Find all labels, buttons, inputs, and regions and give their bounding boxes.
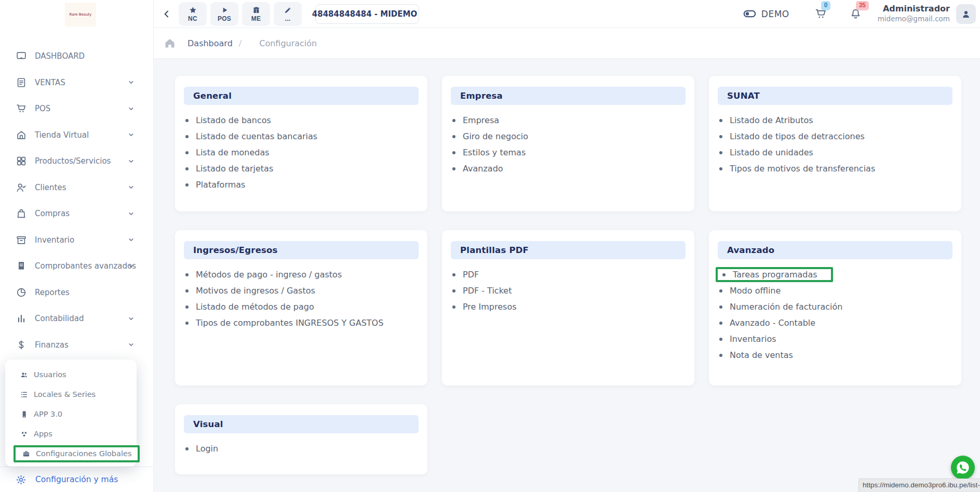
card-item-wrap: Métodos de pago - ingreso / gastos bbox=[184, 270, 342, 280]
bullet-icon bbox=[719, 354, 722, 357]
card-item-lista-de-monedas[interactable]: Lista de monedas bbox=[184, 144, 419, 161]
card-item-listado-de-unidades[interactable]: Listado de unidades bbox=[718, 144, 952, 161]
card-header: Empresa bbox=[451, 87, 686, 105]
bullet-icon bbox=[185, 183, 189, 187]
card-item-label: Tipos de motivos de transferencias bbox=[730, 164, 875, 174]
card-item-estilos-y-temas[interactable]: Estilos y temas bbox=[451, 144, 686, 161]
toolbar-button-label: ME bbox=[251, 16, 261, 22]
toolbar-nc-button[interactable]: NC bbox=[179, 2, 207, 26]
chevron-down-icon bbox=[128, 105, 135, 112]
sidebar-item-comprobantes-avanzados[interactable]: Comprobantes avanzados bbox=[0, 253, 153, 280]
sidebar-item-label: Productos/Servicios bbox=[35, 156, 111, 166]
card-item-wrap: Listado de Atributos bbox=[718, 115, 813, 125]
home-icon[interactable] bbox=[164, 37, 176, 49]
back-button[interactable] bbox=[160, 6, 173, 22]
card-item-pdf[interactable]: PDF bbox=[451, 267, 686, 283]
card-plantillas-pdf: Plantillas PDFPDFPDF - TicketPre Impreso… bbox=[442, 230, 694, 385]
card-item-inventarios[interactable]: Inventarios bbox=[718, 331, 952, 347]
card-item-wrap: Listado de unidades bbox=[718, 148, 813, 157]
card-item-login[interactable]: Login bbox=[184, 441, 419, 457]
sidebar-item-reportes[interactable]: Reportes bbox=[0, 280, 153, 306]
sidebar-item-contabilidad[interactable]: Contabilidad bbox=[0, 305, 153, 332]
bullet-icon bbox=[722, 273, 726, 276]
card-item-wrap: Listado de tipos de detracciones bbox=[718, 131, 865, 141]
bullet-icon bbox=[452, 135, 455, 138]
brand-logo: Rare Beauty bbox=[65, 3, 96, 26]
popup-item-app-3-0[interactable]: APP 3.0 bbox=[5, 404, 137, 424]
sidebar-item-inventario[interactable]: Inventario bbox=[0, 227, 153, 254]
chevron-down-icon bbox=[128, 341, 135, 348]
card-item-numeracion-de-facturacion[interactable]: Numeración de facturación bbox=[718, 299, 952, 315]
sidebar-item-productos-servicios[interactable]: Productos/Servicios bbox=[0, 148, 153, 175]
mobile-icon bbox=[20, 410, 29, 419]
card-item-label: Listado de tipos de detracciones bbox=[730, 131, 865, 141]
chevron-down-icon bbox=[128, 184, 135, 191]
card-item-avanzado-contable[interactable]: Avanzado - Contable bbox=[718, 315, 952, 331]
toolbar-pos-button[interactable]: POS bbox=[210, 2, 238, 26]
card-item-listado-de-tarjetas[interactable]: Listado de tarjetas bbox=[184, 161, 419, 177]
sidebar-item-pos[interactable]: POS bbox=[0, 96, 153, 122]
bullet-icon bbox=[185, 135, 189, 138]
card-item-avanzado[interactable]: Avanzado bbox=[451, 161, 686, 177]
card-item-tipos-de-comprobantes-ingresos-y-gastos[interactable]: Tipos de comprobantes INGRESOS Y GASTOS bbox=[184, 315, 419, 331]
user-name: Administrador bbox=[878, 4, 950, 15]
card-item-motivos-de-ingresos-gastos[interactable]: Motivos de ingresos / Gastos bbox=[184, 283, 419, 299]
company-selector[interactable]: 48484848484 - MIDEMO bbox=[315, 4, 419, 24]
popup-item-apps[interactable]: Apps bbox=[5, 424, 137, 444]
sidebar-item-label: Reportes bbox=[35, 288, 70, 297]
card-list: EmpresaGiro de negocioEstilos y temasAva… bbox=[451, 112, 686, 177]
cart-button[interactable]: 0 bbox=[814, 7, 827, 20]
sidebar-item-finanzas[interactable]: Finanzas bbox=[0, 332, 153, 358]
breadcrumb-dashboard[interactable]: Dashboard bbox=[187, 38, 233, 48]
popup-item-usuarios[interactable]: Usuarios bbox=[5, 365, 137, 384]
sidebar-item-dashboard[interactable]: DASHBOARD bbox=[0, 43, 153, 70]
card-item-wrap: Listado de bancos bbox=[184, 115, 271, 125]
users-icon bbox=[20, 370, 29, 379]
card-item-modo-offline[interactable]: Modo offline bbox=[718, 283, 952, 299]
card-item-giro-de-negocio[interactable]: Giro de negocio bbox=[451, 128, 686, 144]
sidebar-item-configuracion-y-mas[interactable]: Configuración y más bbox=[0, 467, 153, 492]
card-title: SUNAT bbox=[727, 91, 760, 101]
card-item-label: Listado de unidades bbox=[730, 148, 813, 157]
user-menu[interactable]: Administrador midemo@gmail.com bbox=[878, 4, 950, 23]
card-item-metodos-de-pago-ingreso-gastos[interactable]: Métodos de pago - ingreso / gastos bbox=[184, 267, 419, 283]
popup-item-locales-series[interactable]: Locales & Series bbox=[5, 384, 137, 404]
bullet-icon bbox=[452, 273, 455, 276]
card-header: SUNAT bbox=[718, 87, 952, 105]
avatar[interactable] bbox=[956, 4, 976, 24]
demo-toggle[interactable]: DEMO bbox=[743, 7, 789, 21]
card-item-empresa[interactable]: Empresa bbox=[451, 112, 686, 128]
card-item-plataformas[interactable]: Plataformas bbox=[184, 177, 419, 193]
popup-item-configuraciones-globales[interactable]: Configuraciones Globales bbox=[5, 444, 137, 463]
toolbar-more-button[interactable]: ... bbox=[274, 2, 302, 26]
sidebar-item-ventas[interactable]: VENTAS bbox=[0, 70, 153, 96]
card-general: GeneralListado de bancosListado de cuent… bbox=[175, 76, 427, 211]
card-item-label: Avanzado - Contable bbox=[730, 318, 815, 328]
card-item-tipos-de-motivos-de-transferencias[interactable]: Tipos de motivos de transferencias bbox=[718, 161, 952, 177]
whatsapp-button[interactable] bbox=[951, 456, 975, 480]
card-item-listado-de-tipos-de-detracciones[interactable]: Listado de tipos de detracciones bbox=[718, 128, 952, 144]
toolbar-me-button[interactable]: ME bbox=[242, 2, 270, 26]
card-item-label: Tareas programadas bbox=[733, 270, 817, 280]
card-item-nota-de-ventas[interactable]: Nota de ventas bbox=[718, 347, 952, 363]
card-title: Plantillas PDF bbox=[460, 245, 529, 255]
bullet-icon bbox=[719, 167, 722, 170]
card-item-listado-de-cuentas-bancarias[interactable]: Listado de cuentas bancarias bbox=[184, 128, 419, 144]
sidebar-item-compras[interactable]: Compras bbox=[0, 201, 153, 227]
notifications-button[interactable]: 35 bbox=[849, 7, 862, 20]
card-item-pdf-ticket[interactable]: PDF - Ticket bbox=[451, 283, 686, 299]
card-item-listado-de-atributos[interactable]: Listado de Atributos bbox=[718, 112, 952, 128]
card-item-listado-de-bancos[interactable]: Listado de bancos bbox=[184, 112, 419, 128]
card-item-label: Estilos y temas bbox=[463, 148, 526, 157]
card-item-listado-de-metodos-de-pago[interactable]: Listado de métodos de pago bbox=[184, 299, 419, 315]
chevron-down-icon bbox=[128, 210, 135, 217]
card-item-tareas-programadas[interactable]: Tareas programadas bbox=[718, 267, 952, 283]
sidebar-item-tienda-virtual[interactable]: Tienda Virtual bbox=[0, 122, 153, 149]
sidebar-item-clientes[interactable]: Clientes bbox=[0, 175, 153, 201]
toggle-icon bbox=[743, 7, 757, 21]
card-item-pre-impresos[interactable]: Pre Impresos bbox=[451, 299, 686, 315]
bullet-icon bbox=[719, 151, 722, 154]
bar-chart-icon bbox=[16, 313, 27, 324]
card-item-wrap: Nota de ventas bbox=[718, 350, 793, 360]
chevron-down-icon bbox=[128, 158, 135, 165]
